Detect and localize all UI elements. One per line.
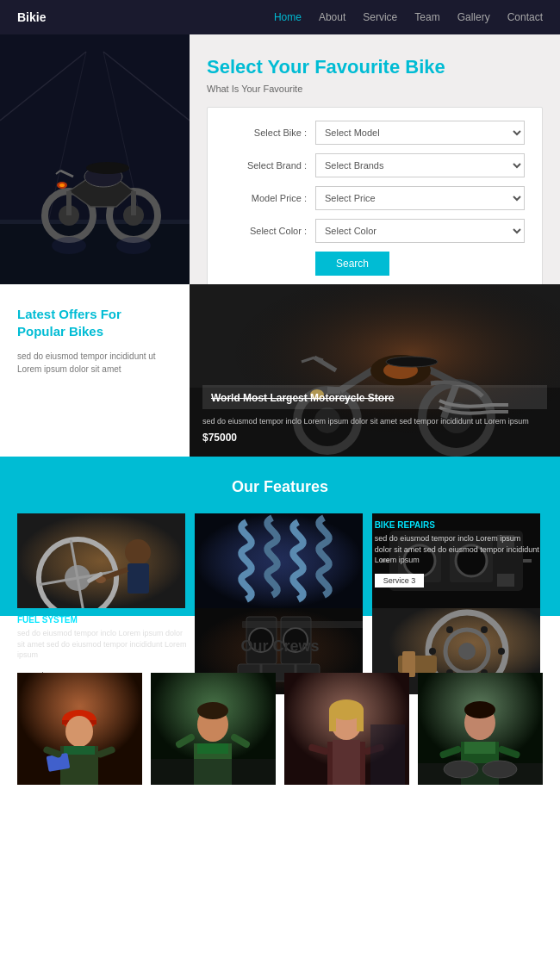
svg-point-115	[464, 701, 495, 718]
svg-point-15	[86, 162, 129, 174]
service-3-button[interactable]: Service 3	[375, 574, 425, 587]
crew-member-4	[418, 673, 543, 785]
mechanic-svg	[17, 513, 185, 608]
svg-point-19	[59, 183, 65, 187]
price-row: Model Price : Select Price	[225, 186, 525, 210]
moto-description: sed do eiusmod tempor inclo Lorem ipsum …	[202, 416, 547, 427]
bike-repairs-block: BIKE REPAIRS sed do eiusmod tempor inclo…	[371, 513, 543, 594]
svg-rect-105	[329, 710, 336, 731]
svg-point-121	[444, 761, 478, 778]
svg-rect-120	[418, 763, 543, 785]
logo: Bikie	[17, 10, 46, 24]
nav-gallery[interactable]: Gallery	[457, 11, 490, 23]
moto-illustration	[190, 284, 560, 457]
bike-illustration	[0, 34, 190, 284]
bike-row: Select Bike : Select Model	[225, 121, 525, 145]
bike-repairs-name: BIKE REPAIRS	[375, 520, 539, 530]
svg-rect-100	[151, 759, 276, 785]
bike-select[interactable]: Select Model	[315, 121, 525, 145]
svg-rect-88	[64, 746, 95, 755]
moto-bg: World Most Largest Motorcycle Store sed …	[190, 284, 560, 457]
bike-label: Select Bike :	[225, 127, 307, 138]
mid-section: Latest Offers For Popular Bikes sed do e…	[0, 284, 560, 457]
svg-point-75	[498, 648, 505, 655]
hero-subtitle: What Is Your Favourite	[207, 84, 543, 94]
brand-label: Select Brand :	[225, 160, 307, 171]
features-section: Our Features	[0, 457, 560, 616]
brand-row: Select Brand : Select Brands	[225, 153, 525, 177]
nav-service[interactable]: Service	[363, 11, 397, 23]
svg-point-42	[125, 539, 151, 565]
hero-bg	[0, 34, 190, 284]
svg-rect-111	[370, 724, 405, 785]
spring-svg	[195, 513, 363, 608]
navigation: Home About Service Team Gallery Contact	[274, 11, 543, 23]
crew-member-1	[17, 673, 142, 785]
color-row: Select Color : Select Color	[225, 219, 525, 243]
svg-rect-5	[0, 224, 190, 284]
moto-price: $75000	[202, 432, 547, 444]
svg-point-79	[446, 626, 453, 633]
nav-contact[interactable]: Contact	[507, 11, 543, 23]
svg-point-21	[116, 237, 151, 254]
svg-rect-108	[333, 740, 360, 785]
hero-content: Select Your Favourite Bike What Is Your …	[190, 34, 560, 284]
svg-point-20	[52, 237, 86, 254]
feature-image-1	[17, 513, 188, 608]
moto-title: World Most Largest Motorcycle Store	[211, 392, 394, 404]
svg-rect-43	[128, 563, 149, 594]
feature-col-1	[17, 513, 188, 608]
feature-image-2	[195, 513, 365, 608]
crew-svg-2	[151, 673, 276, 785]
svg-point-34	[386, 357, 438, 367]
svg-rect-117	[464, 742, 495, 754]
crew-member-3	[284, 673, 409, 785]
nav-about[interactable]: About	[319, 11, 345, 23]
crew-member-2	[151, 673, 276, 785]
svg-rect-97	[197, 743, 228, 754]
nav-home[interactable]: Home	[274, 11, 302, 23]
feature-col-2	[195, 513, 365, 608]
crew-svg-3	[284, 673, 409, 785]
bike-repairs-desc: sed do eiusmod tempor inclo Lorem ipsum …	[375, 533, 539, 566]
nav-team[interactable]: Team	[414, 11, 439, 23]
hero-image	[0, 34, 190, 284]
offers-panel: Latest Offers For Popular Bikes sed do e…	[0, 284, 190, 457]
color-select[interactable]: Select Color	[315, 219, 525, 243]
hero-title: Select Your Favourite Bike	[207, 56, 543, 78]
hero-section: Select Your Favourite Bike What Is Your …	[0, 34, 560, 284]
moto-title-bar: World Most Largest Motorcycle Store	[202, 385, 547, 409]
fuel-system-name: FUEL SYSTEM	[17, 615, 188, 625]
svg-point-122	[482, 761, 517, 778]
color-label: Select Color :	[225, 226, 307, 236]
svg-rect-68	[242, 621, 363, 628]
offers-title: Latest Offers For Popular Bikes	[17, 306, 172, 339]
search-form: Select Bike : Select Model Select Brand …	[207, 107, 543, 289]
header: Bikie Home About Service Team Gallery Co…	[0, 0, 560, 34]
features-title: Our Features	[17, 478, 543, 496]
svg-rect-106	[357, 710, 364, 731]
search-button[interactable]: Search	[315, 252, 389, 276]
svg-point-78	[429, 648, 436, 655]
crew-svg-1	[17, 673, 142, 785]
price-select[interactable]: Select Price	[315, 186, 525, 210]
motorcycle-panel: World Most Largest Motorcycle Store sed …	[190, 284, 560, 457]
svg-point-73	[458, 643, 476, 660]
fuel-system-desc: sed do eiusmod tempor inclo Lorem ipsum …	[17, 628, 188, 661]
svg-point-95	[197, 702, 228, 719]
offers-text: sed do eiusmod tempor incididunt ut Lore…	[17, 350, 172, 376]
svg-point-74	[481, 626, 488, 633]
brand-select[interactable]: Select Brands	[315, 153, 525, 177]
svg-point-86	[65, 716, 93, 747]
crew-svg-4	[418, 673, 543, 785]
price-label: Model Price :	[225, 193, 307, 203]
